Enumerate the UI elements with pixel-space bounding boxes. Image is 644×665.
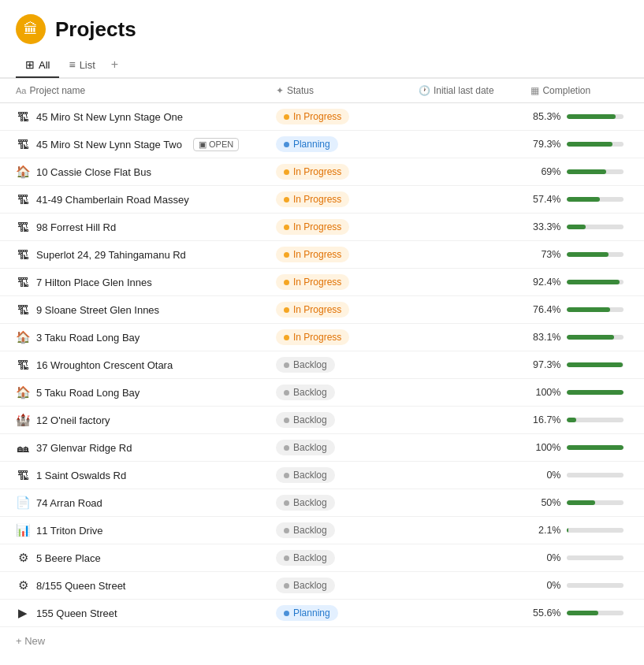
table-row[interactable]: 🏗 98 Forrest Hill Rd In Progress 33.3% [0, 214, 644, 241]
table-row[interactable]: 🏗 1 Saint Oswalds Rd Backlog 0% [0, 462, 644, 489]
completion-pct: 100% [530, 387, 560, 398]
tab-list[interactable]: ≡ List [59, 53, 104, 78]
table-row[interactable]: 🏗 16 Wroughton Crescent Otara Backlog 97… [0, 351, 644, 379]
status-dot [284, 500, 289, 506]
completion-cell: 100% [530, 387, 636, 398]
status-dot [284, 197, 289, 202]
open-badge: ▣ OPEN [193, 138, 239, 151]
project-name: 41-49 Chamberlain Road Massey [36, 194, 189, 206]
table-row[interactable]: ⚙ 8/155 Queen Street Backlog 0% [0, 572, 644, 600]
progress-bar-bg [567, 225, 624, 229]
completion-cell: 92.4% [530, 277, 636, 288]
completion-cell: 50% [530, 497, 636, 508]
status-dot [284, 307, 289, 313]
date-cell [411, 462, 523, 489]
completion-cell: 0% [530, 552, 636, 563]
status-label: In Progress [293, 249, 341, 260]
table-row[interactable]: 🏗 Superlot 24, 29 Tahingamanu Rd In Prog… [0, 241, 644, 269]
project-icon: 🏗 [16, 110, 30, 124]
progress-bar-bg [567, 169, 624, 174]
table-row[interactable]: 🏠 5 Taku Road Long Bay Backlog 100% [0, 379, 644, 407]
completion-pct: 79.3% [530, 139, 560, 150]
tabs-bar: ⊞ All ≡ List + [0, 52, 644, 79]
status-badge: Backlog [276, 522, 335, 538]
project-name: 7 Hilton Place Glen Innes [36, 277, 152, 288]
table-row[interactable]: 🏗 45 Miro St New Lynn Stage One In Progr… [0, 103, 644, 131]
table-row[interactable]: 🏗 45 Miro St New Lynn Stage Two ▣ OPEN P… [0, 131, 644, 158]
status-dot [284, 142, 289, 147]
status-label: Backlog [293, 414, 327, 425]
table-row[interactable]: 🏘 37 Glenvar Ridge Rd Backlog 100% [0, 434, 644, 462]
progress-bar-fill [567, 307, 610, 312]
status-badge: Backlog [276, 550, 335, 566]
date-cell [411, 158, 523, 186]
completion-pct: 50% [530, 497, 560, 508]
project-name: 1 Saint Oswalds Rd [36, 470, 126, 481]
date-cell [411, 186, 523, 214]
progress-bar-fill [567, 335, 614, 340]
project-icon: ⚙ [16, 551, 30, 565]
progress-bar-fill [567, 142, 612, 147]
tab-list-icon: ≡ [69, 58, 75, 71]
col-header-completion: ▦ Completion [523, 79, 644, 103]
status-label: Backlog [293, 525, 327, 536]
col-header-status: ✦ Status [268, 79, 411, 103]
progress-bar-fill [567, 114, 615, 119]
project-icon: 🏗 [16, 221, 30, 234]
date-cell [411, 324, 523, 351]
project-icon: 🏰 [16, 413, 30, 427]
table-row[interactable]: ⚙ 5 Beere Place Backlog 0% [0, 544, 644, 572]
tab-all[interactable]: ⊞ All [16, 53, 59, 78]
table-row[interactable]: 📄 74 Arran Road Backlog 50% [0, 489, 644, 517]
completion-pct: 97.3% [530, 359, 560, 370]
table-row[interactable]: 🏗 41-49 Chamberlain Road Massey In Progr… [0, 186, 644, 214]
projects-table: Aa Project name ✦ Status 🕐 Initial last … [0, 79, 644, 627]
progress-bar-bg [567, 555, 624, 560]
project-icon: ▶ [16, 606, 30, 620]
completion-cell: 55.6% [530, 607, 636, 619]
status-dot [284, 362, 289, 368]
date-cell [411, 572, 523, 600]
add-new-button[interactable]: + New [0, 627, 644, 655]
progress-bar-bg [567, 307, 624, 312]
project-icon: 🏗 [16, 469, 30, 482]
project-icon: 🏗 [16, 248, 30, 262]
status-dot [284, 335, 289, 340]
project-name: 11 Triton Drive [36, 525, 103, 537]
project-name: 74 Arran Road [36, 497, 102, 509]
status-dot [284, 473, 289, 478]
status-dot [284, 169, 289, 175]
completion-cell: 2.1% [530, 525, 636, 536]
status-badge: Backlog [276, 440, 335, 455]
status-dot [284, 225, 289, 230]
project-name: 16 Wroughton Crescent Otara [36, 359, 173, 371]
project-name: 9 Sloane Street Glen Innes [36, 304, 159, 316]
project-name: 45 Miro St New Lynn Stage Two [36, 139, 182, 150]
table-row[interactable]: 🏠 3 Taku Road Long Bay In Progress 83.1% [0, 324, 644, 351]
date-cell [411, 351, 523, 379]
completion-pct: 0% [530, 470, 560, 481]
table-row[interactable]: 🏗 9 Sloane Street Glen Innes In Progress… [0, 296, 644, 324]
completion-cell: 79.3% [530, 139, 636, 150]
table-row[interactable]: 🏠 10 Cassie Close Flat Bus In Progress 6… [0, 158, 644, 186]
tab-add-button[interactable]: + [105, 52, 125, 77]
table-row[interactable]: ▶ 155 Queen Street Planning 55.6% [0, 600, 644, 627]
date-cell [411, 103, 523, 131]
table-row[interactable]: 🏰 12 O'neil factory Backlog 16.7% [0, 407, 644, 434]
completion-pct: 55.6% [530, 607, 560, 619]
status-badge: Planning [276, 136, 338, 152]
progress-bar-fill [567, 445, 624, 450]
status-label: Backlog [293, 470, 327, 481]
table-row[interactable]: 📊 11 Triton Drive Backlog 2.1% [0, 517, 644, 544]
completion-cell: 16.7% [530, 414, 636, 425]
tab-all-icon: ⊞ [25, 58, 35, 71]
completion-pct: 69% [530, 166, 560, 177]
table-row[interactable]: 🏗 7 Hilton Place Glen Innes In Progress … [0, 269, 644, 296]
project-name: 45 Miro St New Lynn Stage One [36, 111, 183, 123]
progress-bar-fill [567, 528, 568, 533]
status-dot [284, 555, 289, 561]
project-name: 12 O'neil factory [36, 414, 110, 426]
col-completion-icon: ▦ [530, 85, 539, 96]
progress-bar-bg [567, 500, 624, 505]
completion-pct: 85.3% [530, 111, 560, 122]
